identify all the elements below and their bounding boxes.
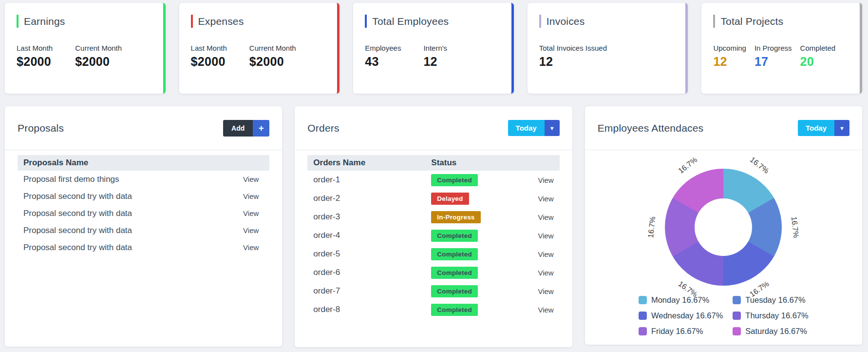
stat: Completed20 — [800, 44, 836, 69]
dashboard-page: EarningsLast Month$2000Current Month$200… — [0, 0, 868, 352]
proposals-panel: Proposals Add + Proposals Name Proposal … — [5, 106, 282, 347]
stat-value: 12 — [423, 55, 447, 69]
view-link[interactable]: View — [538, 306, 553, 314]
order-name: order-7 — [313, 286, 431, 296]
card-accent-bar — [17, 15, 19, 28]
stat-cards-row: EarningsLast Month$2000Current Month$200… — [5, 3, 862, 94]
orders-table-body: order-1CompletedVieworder-2DelayedViewor… — [307, 171, 559, 319]
order-status-cell: Completed — [431, 304, 519, 316]
stat-value: 17 — [755, 55, 792, 69]
stat: Total Invoices Issued12 — [539, 44, 607, 69]
add-proposal-button[interactable]: Add + — [223, 120, 269, 137]
stat-value: 43 — [365, 55, 401, 69]
stat: Intern's12 — [423, 44, 447, 69]
stat: Current Month$2000 — [75, 44, 122, 69]
stat-label: Employees — [365, 44, 401, 52]
order-row: order-7CompletedView — [307, 282, 559, 300]
order-status-cell: Completed — [431, 267, 519, 279]
legend-label: Monday 16.67% — [651, 295, 709, 305]
period-button-label[interactable]: Today — [798, 120, 834, 136]
donut-slice-label: 16.7% — [646, 216, 657, 238]
legend-item: Wednesday 16.67% — [639, 311, 723, 320]
chevron-down-icon[interactable]: ▼ — [545, 120, 560, 136]
chevron-down-icon[interactable]: ▼ — [834, 120, 849, 136]
stat-value: 12 — [539, 55, 607, 69]
card-accent-bar — [539, 15, 541, 28]
view-link[interactable]: View — [538, 176, 553, 184]
legend-swatch — [733, 312, 741, 320]
orders-panel: Orders Today ▼ Orders Name Status order-… — [295, 106, 572, 347]
card-title: Total Projects — [720, 16, 783, 27]
legend-label: Wednesday 16.67% — [651, 311, 723, 320]
legend-swatch — [733, 327, 741, 335]
view-link[interactable]: View — [538, 232, 553, 240]
legend-swatch — [639, 312, 647, 320]
order-name: order-8 — [313, 305, 431, 314]
plus-icon[interactable]: + — [253, 120, 269, 137]
card-stats: Upcoming12In Progress17Completed20 — [713, 44, 848, 69]
order-name: order-6 — [313, 268, 431, 277]
attendance-panel: Employees Attendaces Today ▼ 16.7%16.7%1… — [585, 106, 862, 345]
view-link[interactable]: View — [538, 195, 553, 203]
status-badge: Completed — [431, 304, 478, 316]
view-link[interactable]: View — [538, 250, 553, 258]
donut-slice-label: 16.7% — [748, 155, 771, 175]
order-name: order-2 — [313, 194, 431, 203]
view-link[interactable]: View — [538, 213, 553, 221]
orders-status-column-header: Status — [431, 158, 519, 168]
stat-value: $2000 — [249, 55, 296, 69]
add-button-label[interactable]: Add — [223, 120, 253, 137]
order-row: order-1CompletedView — [307, 171, 559, 189]
card-stats: Last Month$2000Current Month$2000 — [17, 44, 151, 69]
view-link[interactable]: View — [243, 209, 259, 217]
stat-label: Upcoming — [713, 44, 746, 52]
view-link[interactable]: View — [538, 269, 553, 277]
stat-value: 20 — [800, 55, 836, 69]
orders-name-column-header: Orders Name — [313, 158, 431, 168]
panels-row: Proposals Add + Proposals Name Proposal … — [5, 106, 862, 347]
stat-card: ExpensesLast Month$2000Current Month$200… — [179, 3, 340, 94]
order-row: order-5CompletedView — [307, 245, 559, 263]
chart-legend: Monday 16.67%Tuesday 16.67%Wednesday 16.… — [585, 295, 862, 336]
status-badge: Completed — [431, 248, 478, 260]
status-badge: Completed — [431, 267, 478, 279]
stat-card: Total ProjectsUpcoming12In Progress17Com… — [701, 3, 862, 94]
legend-item: Saturday 16.67% — [733, 327, 808, 336]
order-status-cell: Completed — [431, 174, 519, 186]
view-link[interactable]: View — [243, 226, 259, 235]
proposal-name: Proposal second try with data — [23, 209, 132, 218]
legend-swatch — [639, 327, 647, 335]
stat-card: EarningsLast Month$2000Current Month$200… — [5, 3, 166, 94]
legend-label: Thursday 16.67% — [745, 311, 808, 320]
card-title: Invoices — [547, 16, 585, 27]
attendance-chart-area: 16.7%16.7%16.7%16.7%16.7%16.7% — [585, 150, 862, 293]
attendance-period-button[interactable]: Today ▼ — [798, 120, 849, 136]
legend-label: Saturday 16.67% — [745, 327, 807, 336]
order-row: order-3In-ProgressView — [307, 208, 559, 226]
status-badge: Completed — [431, 285, 478, 297]
card-stats: Employees43Intern's12 — [365, 44, 500, 69]
period-button-label[interactable]: Today — [508, 120, 545, 136]
view-link[interactable]: View — [538, 287, 553, 295]
stat: Last Month$2000 — [191, 44, 227, 69]
stat: Employees43 — [365, 44, 401, 69]
stat: Last Month$2000 — [17, 44, 53, 69]
stat: Upcoming12 — [713, 44, 746, 69]
orders-title: Orders — [307, 122, 339, 134]
stat-label: Last Month — [17, 44, 53, 52]
view-link[interactable]: View — [243, 175, 259, 183]
orders-period-button[interactable]: Today ▼ — [508, 120, 560, 136]
order-name: order-1 — [313, 175, 431, 185]
order-name: order-5 — [313, 249, 431, 259]
legend-item: Thursday 16.67% — [733, 311, 808, 320]
proposal-name: Proposal second try with data — [23, 243, 132, 253]
order-name: order-3 — [313, 212, 431, 222]
order-status-cell: Delayed — [431, 193, 519, 205]
stat-card: InvoicesTotal Invoices Issued12 — [528, 3, 688, 94]
stat-value: $2000 — [191, 55, 227, 69]
card-title-row: Expenses — [191, 15, 326, 28]
view-link[interactable]: View — [243, 192, 259, 200]
view-link[interactable]: View — [243, 243, 259, 252]
order-row: order-4CompletedView — [307, 226, 559, 245]
legend-item: Friday 16.67% — [639, 327, 723, 336]
